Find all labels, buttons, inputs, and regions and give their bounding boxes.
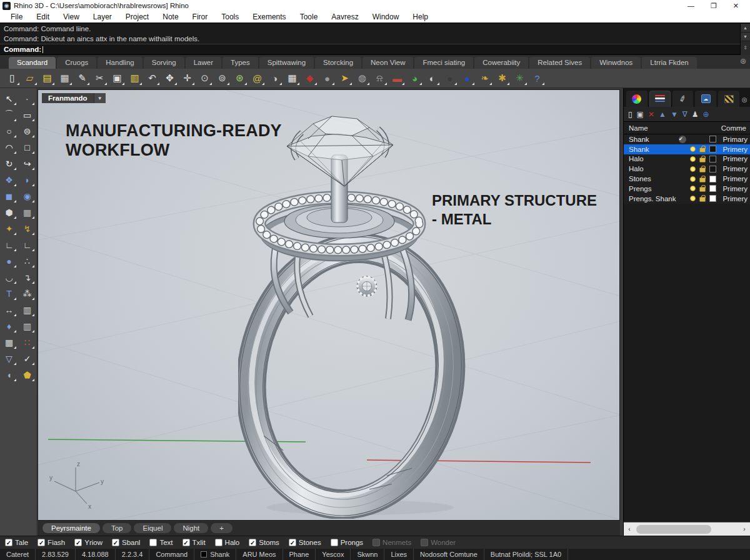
- display-toggle[interactable]: Wonder: [421, 539, 456, 546]
- rotate-view-icon[interactable]: @: [249, 70, 266, 86]
- display-toggle[interactable]: Stones: [289, 539, 321, 546]
- delete-layer-icon[interactable]: ✕: [648, 110, 654, 119]
- splitter-handle[interactable]: ⇕: [743, 45, 748, 51]
- spheres-icon[interactable]: ◉: [18, 188, 36, 204]
- toolbar-tab[interactable]: Neon View: [362, 57, 413, 69]
- bulb-icon[interactable]: [690, 166, 696, 172]
- status-cell[interactable]: Skwnn: [351, 549, 384, 560]
- layer-row[interactable]: Prengs ✔ Primery: [624, 184, 750, 194]
- layer-color-swatch[interactable]: [709, 185, 716, 192]
- lock-icon[interactable]: [699, 178, 706, 182]
- curve-offset-icon[interactable]: ↴: [18, 269, 36, 286]
- lock-icon[interactable]: [699, 168, 706, 172]
- plant-icon[interactable]: ✳: [511, 70, 528, 86]
- point-icon[interactable]: ∙: [18, 91, 36, 107]
- toolbar-tab[interactable]: Sorving: [144, 57, 184, 69]
- display-toggle[interactable]: Fiash: [38, 539, 65, 546]
- status-cell[interactable]: Lixes: [384, 549, 414, 560]
- extrude-left-icon[interactable]: ∟: [0, 237, 18, 253]
- save-icon[interactable]: ▤: [39, 70, 56, 86]
- layer-globe-icon[interactable]: ⊕: [703, 110, 709, 119]
- checkbox-icon[interactable]: [249, 539, 256, 546]
- display-tab[interactable]: ✐: [672, 91, 694, 107]
- explode-icon[interactable]: ⁂: [18, 286, 36, 302]
- scroll-down-icon[interactable]: ▼: [741, 32, 750, 41]
- filter-icon[interactable]: ∇: [682, 110, 688, 119]
- menu-item[interactable]: File: [4, 12, 29, 21]
- control-points-icon[interactable]: ▭: [18, 107, 36, 123]
- copy-layer-icon[interactable]: ▣: [637, 110, 644, 119]
- barcode-icon[interactable]: ▥: [18, 318, 36, 334]
- layer-color-swatch[interactable]: [709, 156, 716, 162]
- menu-item[interactable]: Toole: [293, 12, 325, 21]
- display-toggle[interactable]: Prongs: [331, 539, 363, 546]
- zoom-icon[interactable]: ⊙: [196, 70, 213, 86]
- lamp-icon[interactable]: ⍾: [371, 70, 388, 86]
- status-cell[interactable]: Butnat Ploildi; SSL 1A0: [484, 549, 568, 560]
- checkbox-icon[interactable]: [421, 539, 428, 546]
- status-cell[interactable]: 2.2.3.4: [116, 549, 150, 560]
- layer-row[interactable]: Halo ✔ Primery: [624, 164, 750, 174]
- display-toggle[interactable]: Nenmets: [372, 539, 411, 546]
- gem-tools-icon[interactable]: ✦: [0, 221, 18, 237]
- books-icon[interactable]: ▥: [18, 302, 36, 318]
- viewport-layout-icon[interactable]: ▦: [284, 70, 301, 86]
- eraser-icon[interactable]: ▬: [389, 70, 406, 86]
- arc-icon[interactable]: ◠: [0, 139, 18, 156]
- zoom-selected-icon[interactable]: ⊚: [214, 70, 231, 86]
- layer-color-swatch[interactable]: [709, 176, 716, 182]
- checkbox-icon[interactable]: [112, 539, 119, 546]
- surface-patch-icon[interactable]: ◗: [18, 172, 36, 188]
- checkbox-icon[interactable]: [182, 539, 190, 546]
- layer-row[interactable]: Shank ✔ Primery: [624, 144, 750, 154]
- leaf-gold-icon[interactable]: ❧: [476, 70, 493, 86]
- scatter-dots-icon[interactable]: ∴: [18, 253, 36, 269]
- checkbox-icon[interactable]: [289, 539, 296, 546]
- menu-item[interactable]: View: [56, 12, 86, 21]
- circle-icon[interactable]: ○: [0, 123, 18, 139]
- sphere-grey-icon[interactable]: ●: [319, 70, 336, 86]
- trim-icon[interactable]: ▽: [0, 351, 18, 367]
- menu-item[interactable]: Exements: [246, 12, 292, 21]
- checkbox-icon[interactable]: [215, 539, 222, 546]
- scroll-up-icon[interactable]: ▲: [741, 24, 750, 32]
- new-file-icon[interactable]: ▯: [4, 70, 21, 86]
- display-toggle[interactable]: Yriow: [74, 539, 102, 546]
- scroll-left-icon[interactable]: ‹: [624, 526, 635, 532]
- status-cell[interactable]: Yescox: [316, 549, 351, 560]
- toolbar-tab[interactable]: Storcking: [315, 57, 361, 69]
- copy-icon[interactable]: ▣: [109, 70, 126, 86]
- gold-bag-icon[interactable]: ⬟: [18, 367, 36, 383]
- lock-icon[interactable]: [699, 187, 706, 192]
- bulb-icon[interactable]: [690, 146, 696, 152]
- viewport-tab[interactable]: Eiquel: [134, 523, 171, 533]
- render-tab[interactable]: ☁: [695, 91, 716, 107]
- blob-icon[interactable]: ●: [0, 253, 18, 269]
- scrollbar-thumb[interactable]: [636, 525, 711, 534]
- status-cell[interactable]: Nodosoft Comtune: [414, 549, 484, 560]
- scroll-right-icon[interactable]: ›: [739, 526, 750, 532]
- toolbar-tab[interactable]: Ltrria Fkden: [642, 57, 696, 69]
- curve-blend-icon[interactable]: ◡: [0, 269, 18, 286]
- menu-item[interactable]: Edit: [29, 12, 56, 21]
- freeform-curve-icon[interactable]: ↪: [18, 156, 36, 172]
- toolbar-tab[interactable]: Winwdnos: [591, 57, 641, 69]
- toolbar-tab[interactable]: Cowerabiity: [474, 57, 528, 69]
- layer-color-swatch[interactable]: [709, 146, 716, 152]
- menu-item[interactable]: Tools: [214, 12, 246, 21]
- viewport-title[interactable]: Franmando: [42, 93, 94, 103]
- command-scrollbar[interactable]: ▲ ▼ ⇕: [740, 24, 750, 55]
- panel-gear-icon[interactable]: ⊛: [741, 96, 748, 107]
- display-toggle[interactable]: Halo: [215, 539, 240, 546]
- ellipse-icon[interactable]: ⊜: [18, 123, 36, 139]
- split-half-icon[interactable]: ◖: [0, 367, 18, 383]
- checkbox-icon[interactable]: [372, 539, 380, 546]
- shield-icon[interactable]: ♦: [0, 318, 18, 334]
- menu-item[interactable]: Note: [156, 12, 185, 21]
- bulb-icon[interactable]: [690, 176, 696, 182]
- dark-sphere-icon[interactable]: ●: [441, 70, 458, 86]
- drop-grey-icon[interactable]: ◍: [354, 70, 371, 86]
- lock-icon[interactable]: [699, 148, 706, 152]
- 3d-viewport[interactable]: Franmando ▼ MANUFACTURING-READY WORKFLOW…: [38, 89, 620, 521]
- viewport-tab[interactable]: Night: [174, 523, 208, 533]
